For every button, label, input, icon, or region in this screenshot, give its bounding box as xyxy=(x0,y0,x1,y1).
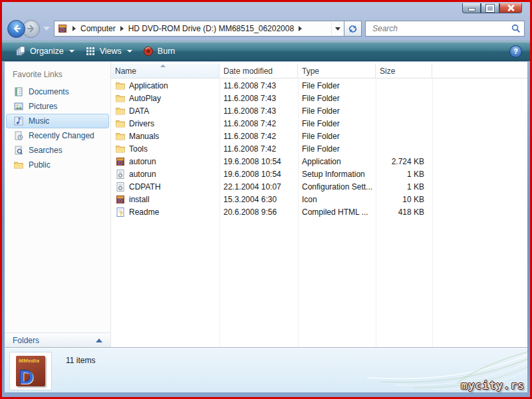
breadcrumb-drive[interactable]: HD DVD-ROM Drive (D:) MM68515_06202008 xyxy=(128,24,294,33)
file-row[interactable]: D ? Manuals 11.6.2008 7:42 File Folder xyxy=(111,130,527,142)
file-date-modified: 11.6.2008 7:42 xyxy=(219,144,298,154)
search-input[interactable] xyxy=(371,23,511,34)
breadcrumb-separator-icon xyxy=(120,26,124,31)
file-name: Manuals xyxy=(129,132,159,141)
breadcrumb-separator-icon xyxy=(299,26,302,31)
folder-icon xyxy=(115,80,126,91)
sidebar-item-label: Pictures xyxy=(29,102,57,111)
column-header-name[interactable]: Name xyxy=(111,64,219,78)
file-date-modified: 11.6.2008 7:42 xyxy=(219,132,298,141)
close-icon xyxy=(507,5,514,11)
burn-icon xyxy=(143,46,154,57)
file-name: autorun xyxy=(129,170,156,179)
file-size: 2.724 KB xyxy=(376,157,432,166)
column-header-filler xyxy=(432,64,527,78)
address-bar[interactable]: D Computer HD DVD-ROM Drive (D:) MM68515… xyxy=(54,21,344,37)
search-icon[interactable] xyxy=(511,23,521,34)
sidebar-item-searches[interactable]: Searches xyxy=(6,143,109,158)
organize-label: Organize xyxy=(30,47,64,56)
application-icon: D xyxy=(115,156,126,167)
explorer-window: D Computer HD DVD-ROM Drive (D:) MM68515… xyxy=(0,0,532,399)
file-date-modified: 19.6.2008 10:54 xyxy=(219,170,298,179)
folders-expander[interactable]: Folders xyxy=(5,332,110,347)
file-name: CDPATH xyxy=(129,182,161,192)
sidebar-item-recently-changed[interactable]: Recently Changed xyxy=(6,128,109,143)
folder-icon xyxy=(115,144,126,154)
pictures-icon xyxy=(13,101,24,112)
chevron-down-icon xyxy=(335,27,340,31)
setup-file-icon xyxy=(115,169,126,180)
window-controls xyxy=(462,3,522,13)
chevron-down-icon xyxy=(127,50,132,53)
file-type: File Folder xyxy=(298,132,376,141)
views-icon xyxy=(85,46,96,57)
close-button[interactable] xyxy=(499,3,522,13)
watermark: mycity.rs xyxy=(461,379,525,392)
folders-label: Folders xyxy=(13,336,39,345)
status-item-count: 11 items xyxy=(66,356,95,365)
file-date-modified: 19.6.2008 10:54 xyxy=(219,157,298,166)
svg-text:D: D xyxy=(61,26,65,33)
folder-icon xyxy=(115,93,126,104)
file-name: Readme xyxy=(129,207,159,217)
sort-ascending-icon xyxy=(160,65,166,67)
main-content: Favorite Links xyxy=(5,62,527,347)
svg-text:D: D xyxy=(118,159,123,166)
column-header-date-modified[interactable]: Date modified xyxy=(219,64,298,78)
file-row[interactable]: D ? Readme 20.6.2008 9:56 Compiled HTML … xyxy=(111,205,527,218)
folder-icon xyxy=(115,131,126,142)
column-header-type[interactable]: Type xyxy=(298,64,376,78)
searches-icon xyxy=(13,145,24,156)
back-button[interactable] xyxy=(7,20,25,38)
file-row[interactable]: D ? CDPATH 22.1.2004 10:07 Configuration… xyxy=(111,180,527,193)
file-type: Compiled HTML ... xyxy=(298,207,376,217)
file-row[interactable]: D ? Application 11.6.2008 7:43 File Fold… xyxy=(111,79,527,92)
file-row[interactable]: D ? install 15.3.2004 6:30 Icon 10 KB xyxy=(111,193,527,205)
file-row[interactable]: D ? autorun 19.6.2008 10:54 Setup Inform… xyxy=(111,168,527,180)
file-type: File Folder xyxy=(298,94,376,103)
file-name: AutoPlay xyxy=(129,94,161,103)
refresh-button[interactable] xyxy=(344,21,362,37)
file-row[interactable]: D ? DATA 11.6.2008 7:43 File Folder xyxy=(111,104,527,117)
views-button[interactable]: Views xyxy=(80,43,138,59)
public-folder-icon xyxy=(13,160,24,170)
sidebar-item-public[interactable]: Public xyxy=(6,158,109,172)
burn-label: Burn xyxy=(158,47,175,56)
sidebar-item-label: Documents xyxy=(29,87,69,96)
sidebar-item-pictures[interactable]: Pictures xyxy=(6,99,109,114)
navigation-bar: D Computer HD DVD-ROM Drive (D:) MM68515… xyxy=(2,17,530,41)
sidebar-item-label: Recently Changed xyxy=(29,131,94,140)
file-row[interactable]: D ? Drivers 11.6.2008 7:42 File Folder xyxy=(111,117,527,130)
breadcrumb-computer[interactable]: Computer xyxy=(80,24,116,33)
selected-item-thumbnail: MMedia D xyxy=(9,352,52,390)
column-header-size[interactable]: Size xyxy=(376,64,432,78)
maximize-button[interactable] xyxy=(481,3,499,13)
sidebar-item-documents[interactable]: Documents xyxy=(6,84,109,99)
music-icon xyxy=(13,116,24,126)
svg-text:D: D xyxy=(118,197,123,204)
file-type: File Folder xyxy=(298,106,376,116)
recently-changed-icon xyxy=(13,130,24,141)
file-type: File Folder xyxy=(298,119,376,128)
file-type: File Folder xyxy=(298,144,376,154)
help-file-icon: ? xyxy=(115,207,126,217)
burn-button[interactable]: Burn xyxy=(138,43,180,59)
chevron-up-icon xyxy=(96,338,102,342)
file-type: Icon xyxy=(298,195,376,204)
sidebar-item-music[interactable]: Music xyxy=(6,114,109,128)
help-button[interactable]: ? xyxy=(509,45,522,58)
file-row[interactable]: D ? Tools 11.6.2008 7:42 File Folder xyxy=(111,142,527,155)
sidebar-item-label: Searches xyxy=(29,146,63,155)
file-date-modified: 11.6.2008 7:43 xyxy=(219,81,298,90)
recent-pages-dropdown[interactable] xyxy=(43,27,50,31)
minimize-button[interactable] xyxy=(462,3,481,13)
organize-button[interactable]: Organize xyxy=(10,43,80,59)
file-list-pane: Name Date modified Type Size D xyxy=(111,62,527,347)
file-row[interactable]: D ? AutoPlay 11.6.2008 7:43 File Folder xyxy=(111,92,527,104)
refresh-icon xyxy=(348,24,358,34)
file-row[interactable]: D ? autorun 19.6.2008 10:54 Application … xyxy=(111,155,527,168)
maximize-icon xyxy=(486,5,494,12)
search-box xyxy=(365,21,525,37)
address-dropdown-button[interactable] xyxy=(331,21,344,36)
back-arrow-icon xyxy=(11,23,22,34)
